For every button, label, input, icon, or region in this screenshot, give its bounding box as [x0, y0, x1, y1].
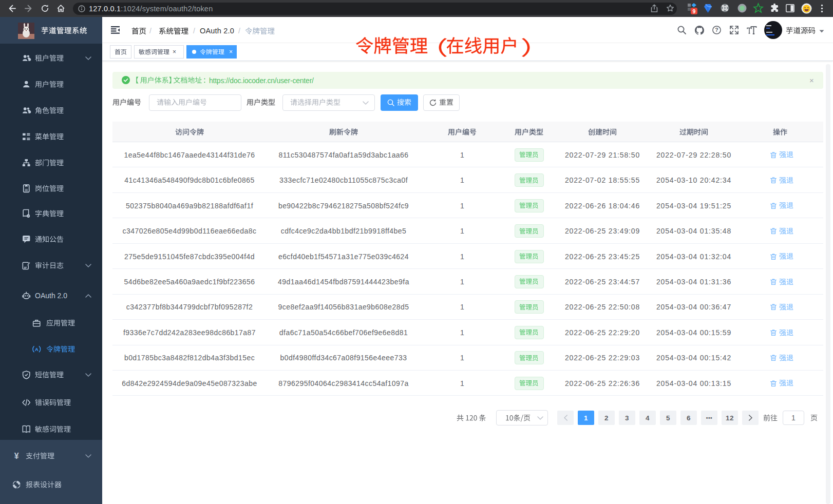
- svg-text:A: A: [35, 346, 39, 352]
- svg-text:9: 9: [693, 8, 696, 14]
- svg-text:?: ?: [715, 27, 718, 33]
